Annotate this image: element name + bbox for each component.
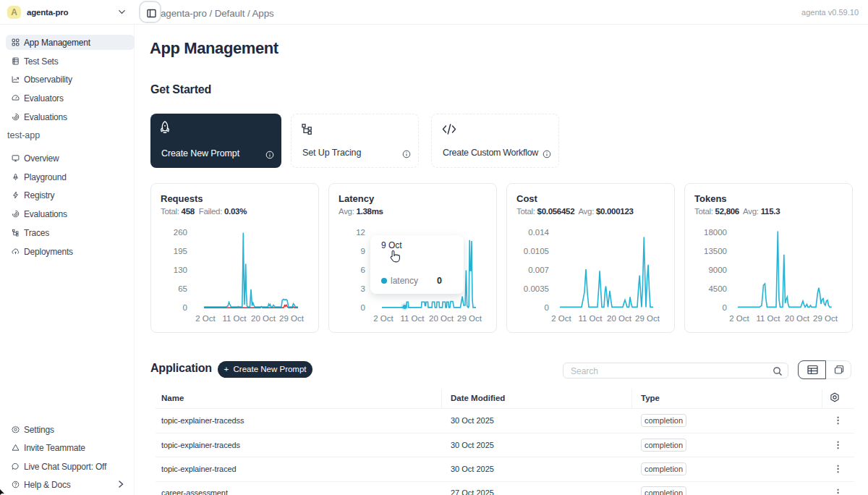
svg-text:2 Oct: 2 Oct (729, 314, 749, 323)
svg-text:6: 6 (361, 266, 365, 274)
svg-text:9000: 9000 (708, 266, 727, 274)
svg-text:29 Oct: 29 Oct (813, 314, 838, 323)
svg-text:0.014: 0.014 (528, 228, 549, 237)
svg-text:195: 195 (174, 247, 187, 255)
svg-text:29 Oct: 29 Oct (635, 314, 660, 323)
svg-text:20 Oct: 20 Oct (251, 314, 276, 323)
svg-text:20 Oct: 20 Oct (429, 314, 454, 323)
svg-text:2 Oct: 2 Oct (195, 314, 216, 323)
svg-text:260: 260 (174, 228, 187, 237)
svg-text:12: 12 (356, 228, 365, 237)
svg-text:11 Oct: 11 Oct (222, 314, 247, 323)
svg-text:65: 65 (178, 284, 187, 293)
svg-text:0.0035: 0.0035 (524, 284, 549, 293)
svg-text:20 Oct: 20 Oct (785, 314, 810, 323)
svg-text:0: 0 (545, 303, 549, 312)
svg-text:11 Oct: 11 Oct (756, 314, 780, 323)
svg-text:29 Oct: 29 Oct (279, 314, 305, 323)
svg-text:13500: 13500 (704, 247, 727, 255)
svg-text:0: 0 (361, 303, 365, 312)
svg-text:0.007: 0.007 (528, 266, 549, 274)
svg-text:11 Oct: 11 Oct (400, 314, 425, 323)
svg-text:29 Oct: 29 Oct (457, 314, 482, 323)
svg-text:2 Oct: 2 Oct (373, 314, 393, 323)
svg-text:0: 0 (723, 303, 727, 312)
svg-text:18000: 18000 (704, 228, 727, 237)
svg-text:4500: 4500 (708, 284, 727, 293)
svg-text:130: 130 (174, 266, 187, 274)
svg-text:3: 3 (361, 284, 365, 293)
svg-text:11 Oct: 11 Oct (578, 314, 603, 323)
svg-text:0.0105: 0.0105 (524, 247, 549, 255)
svg-text:20 Oct: 20 Oct (607, 314, 632, 323)
svg-text:2 Oct: 2 Oct (551, 314, 571, 323)
svg-text:0: 0 (183, 303, 187, 312)
svg-text:9: 9 (361, 247, 365, 255)
